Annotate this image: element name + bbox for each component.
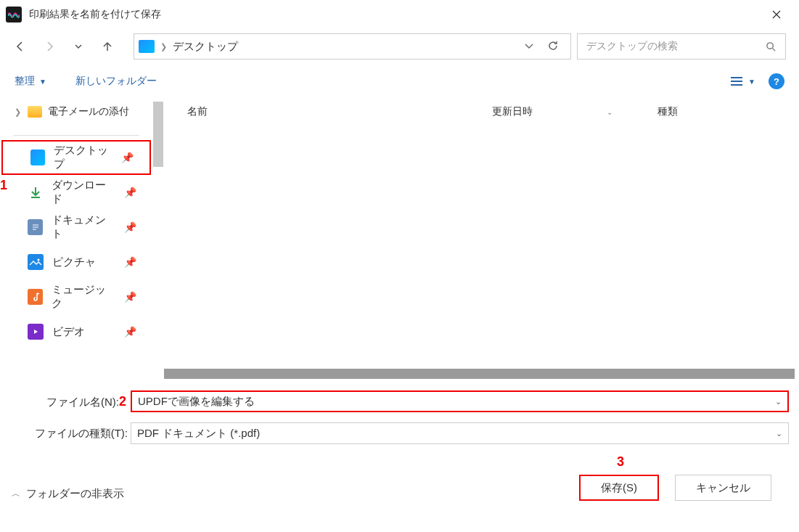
svg-point-0	[767, 42, 773, 48]
file-list-empty	[164, 125, 795, 367]
chevron-up-icon: ︿	[12, 488, 20, 500]
column-type[interactable]: 種類	[657, 105, 678, 118]
forward-button[interactable]	[42, 39, 57, 54]
nav-bar: ❯ デスクトップ デスクトップの検索	[0, 29, 799, 64]
breadcrumb-chevron-icon: ❯	[160, 42, 167, 52]
column-headers: 名前 更新日時⌄ 種類	[164, 99, 799, 125]
sidebar-item-pictures[interactable]: ピクチャ 📌	[0, 245, 152, 279]
new-folder-button[interactable]: 新しいフォルダー	[75, 75, 157, 88]
document-icon	[28, 219, 43, 235]
address-location: デスクトップ	[173, 40, 518, 54]
window-title: 印刷結果を名前を付けて保存	[29, 8, 760, 21]
form-area: ファイル名(N):2 UPDFで画像を編集する ⌄ ファイルの種類(T): PD…	[0, 380, 799, 444]
column-date[interactable]: 更新日時⌄	[492, 105, 657, 118]
annotation-marker-2: 2	[119, 394, 126, 409]
chevron-down-icon[interactable]: ⌄	[776, 429, 782, 438]
filename-label: ファイル名(N):	[46, 396, 119, 408]
pin-icon[interactable]: 📌	[124, 221, 136, 233]
chevron-down-icon[interactable]: ⌄	[775, 397, 782, 406]
column-name[interactable]: 名前	[187, 105, 492, 118]
sidebar-item-videos[interactable]: ビデオ 📌	[0, 314, 152, 349]
svg-rect-2	[30, 257, 41, 267]
search-placeholder: デスクトップの検索	[586, 40, 766, 53]
horizontal-scrollbar[interactable]	[164, 367, 795, 380]
view-options-button[interactable]: ▼	[729, 76, 755, 86]
app-icon	[6, 7, 22, 22]
filetype-label: ファイルの種類(T):	[10, 427, 131, 441]
desktop-icon	[30, 150, 45, 165]
save-button[interactable]: 保存(S)	[579, 475, 659, 501]
tree-item-email-attachments[interactable]: ❯ 電子メールの添付	[0, 99, 152, 125]
hide-folders-toggle[interactable]: ︿ フォルダーの非表示	[12, 487, 124, 501]
refresh-button[interactable]	[547, 40, 559, 54]
file-list-pane[interactable]: 名前 更新日時⌄ 種類	[164, 99, 799, 380]
recent-locations-button[interactable]	[71, 39, 86, 54]
sidebar-item-music[interactable]: ミュージック 📌	[0, 279, 152, 314]
title-bar: 印刷結果を名前を付けて保存	[0, 0, 799, 29]
filetype-select[interactable]: PDF ドキュメント (*.pdf) ⌄	[131, 422, 789, 444]
pin-icon[interactable]: 📌	[124, 291, 136, 303]
close-button[interactable]	[760, 1, 793, 28]
filename-input[interactable]: UPDFで画像を編集する ⌄	[131, 390, 789, 412]
help-button[interactable]: ?	[769, 73, 784, 89]
svg-point-3	[38, 259, 40, 261]
desktop-icon	[139, 40, 155, 53]
download-icon	[28, 184, 43, 200]
sidebar-item-documents[interactable]: ドキュメント 📌	[0, 210, 152, 245]
address-dropdown-icon[interactable]	[524, 41, 534, 52]
pin-icon[interactable]: 📌	[124, 326, 136, 337]
sidebar: ❯ 電子メールの添付 1 デスクトップ 📌 ダウンロード 📌 ドキュメント 📌	[0, 99, 152, 380]
chevron-down-icon: ⌄	[607, 108, 612, 116]
up-button[interactable]	[100, 39, 115, 54]
organize-menu[interactable]: 整理 ▼	[15, 75, 46, 88]
toolbar: 整理 ▼ 新しいフォルダー ▼ ?	[0, 64, 799, 99]
video-icon	[28, 324, 44, 340]
annotation-marker-3: 3	[617, 454, 624, 470]
address-bar[interactable]: ❯ デスクトップ	[134, 33, 571, 60]
music-icon	[28, 289, 43, 305]
pin-icon[interactable]: 📌	[124, 187, 136, 198]
cancel-button[interactable]: キャンセル	[675, 475, 771, 501]
pin-icon[interactable]: 📌	[121, 152, 134, 163]
folder-icon	[28, 106, 42, 118]
picture-icon	[28, 254, 44, 270]
search-input[interactable]: デスクトップの検索	[577, 33, 786, 60]
pin-icon[interactable]: 📌	[124, 256, 136, 268]
footer: ︿ フォルダーの非表示 3 保存(S) キャンセル	[0, 454, 799, 511]
search-icon	[766, 41, 777, 52]
sidebar-scrollbar[interactable]	[152, 99, 164, 380]
back-button[interactable]	[13, 39, 28, 54]
sidebar-item-desktop[interactable]: デスクトップ 📌	[1, 140, 151, 175]
sidebar-item-downloads[interactable]: ダウンロード 📌	[0, 175, 152, 210]
